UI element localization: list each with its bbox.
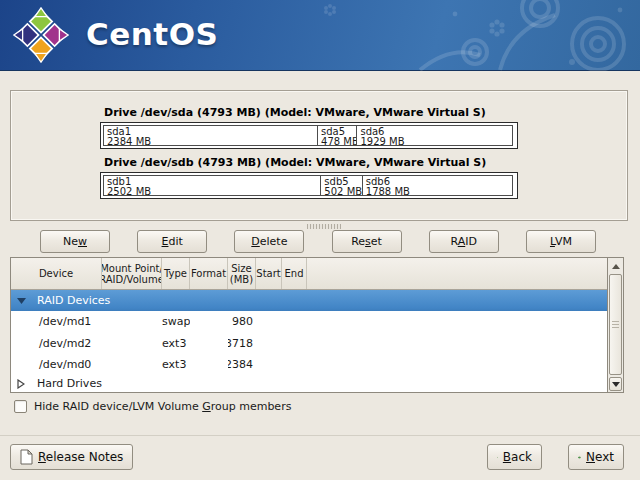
col-device[interactable]: Device <box>11 258 102 289</box>
group-label: Hard Drives <box>37 377 102 390</box>
col-size-mb[interactable]: Size(MB) <box>228 258 256 289</box>
col-filler <box>307 258 607 289</box>
expand-icon[interactable] <box>17 379 27 389</box>
anaconda-partitioning-screen: { "header": { "brand": "CentOS" }, "colo… <box>0 0 640 480</box>
drive-sda-title: Drive /dev/sda (4793 MB) (Model: VMware,… <box>104 106 486 119</box>
partition-sda1[interactable]: sda1 2384 MB <box>103 125 318 146</box>
table-row-hard-drives[interactable]: Hard Drives <box>11 375 607 392</box>
table-row-raid-devices[interactable]: RAID Devices <box>11 290 607 311</box>
partition-sdb5[interactable]: sdb5 502 MB <box>320 175 362 196</box>
document-icon <box>20 449 33 465</box>
back-button[interactable]: Back <box>487 444 542 470</box>
collapse-icon[interactable] <box>17 297 27 305</box>
table-row-md2[interactable]: /dev/md2 ext3 3718 <box>11 332 607 354</box>
next-button[interactable]: Next <box>568 444 624 470</box>
hide-members-row: Hide RAID device/LVM Volume Group member… <box>14 400 291 413</box>
lvm-button[interactable]: LVM <box>526 230 596 253</box>
partition-table: Device Mount Point/RAID/Volume Type Form… <box>10 257 624 393</box>
col-start[interactable]: Start <box>256 258 282 289</box>
drive-sdb-bar: sdb1 2502 MB sdb5 502 MB sdb6 1788 MB <box>100 172 518 199</box>
footer-separator <box>0 435 640 436</box>
next-arrow-icon <box>578 452 581 463</box>
delete-button[interactable]: Delete <box>234 230 304 253</box>
raid-button[interactable]: RAID <box>429 230 499 253</box>
table-scrollbar[interactable] <box>607 258 623 392</box>
new-button[interactable]: New <box>40 230 110 253</box>
centos-logo-icon <box>13 7 69 63</box>
scroll-up-icon[interactable] <box>609 259 622 273</box>
hide-members-label: Hide RAID device/LVM Volume Group member… <box>34 400 291 413</box>
scroll-down-icon[interactable] <box>609 377 622 391</box>
col-mount-point[interactable]: Mount Point/RAID/Volume <box>102 258 162 289</box>
partition-sdb6[interactable]: sdb6 1788 MB <box>362 175 513 196</box>
col-format[interactable]: Format <box>190 258 228 289</box>
col-end[interactable]: End <box>282 258 307 289</box>
brand-title: CentOS <box>86 16 218 52</box>
partition-sdb1[interactable]: sdb1 2502 MB <box>103 175 321 196</box>
table-row-md1[interactable]: /dev/md1 swap 980 <box>11 311 607 333</box>
table-row-md0[interactable]: /dev/md0 ext3 2384 <box>11 354 607 376</box>
drive-sda-bar: sda1 2384 MB sda5 478 MB sda6 1929 MB <box>100 122 518 149</box>
group-label: RAID Devices <box>37 294 110 307</box>
reset-button[interactable]: Reset <box>332 230 402 253</box>
drive-overview-panel: Drive /dev/sda (4793 MB) (Model: VMware,… <box>10 90 628 221</box>
edit-button[interactable]: Edit <box>137 230 207 253</box>
release-notes-button[interactable]: Release Notes <box>10 444 133 470</box>
partition-sda5[interactable]: sda5 478 MB <box>317 125 357 146</box>
pane-resize-handle[interactable] <box>307 224 341 229</box>
drive-sdb-title: Drive /dev/sdb (4793 MB) (Model: VMware,… <box>104 156 486 169</box>
partition-sda6[interactable]: sda6 1929 MB <box>356 125 513 146</box>
col-type[interactable]: Type <box>162 258 190 289</box>
partition-toolbar: New Edit Delete Reset RAID LVM <box>40 230 596 253</box>
scrollbar-thumb[interactable] <box>609 274 622 375</box>
installer-header: CentOS <box>0 0 640 71</box>
back-arrow-icon <box>497 452 498 463</box>
hide-members-checkbox[interactable] <box>14 400 27 413</box>
table-header-row: Device Mount Point/RAID/Volume Type Form… <box>11 258 607 290</box>
